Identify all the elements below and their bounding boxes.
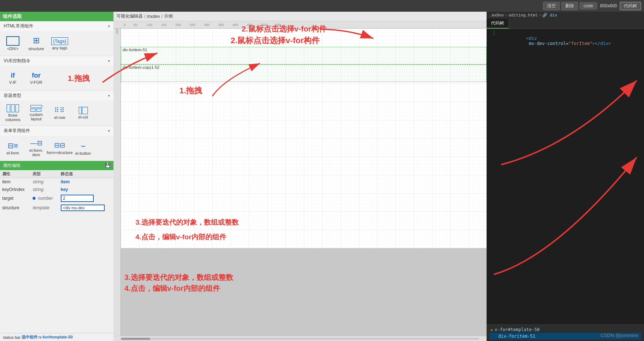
sidebar-item-el-col[interactable]: el-col <box>72 103 94 123</box>
prop-item-name: item <box>0 178 30 186</box>
code-tree-tab[interactable]: 代码树 <box>620 2 641 10</box>
sidebar-item-if[interactable]: if V-IF <box>1 68 24 88</box>
annotation-step1: 1.拖拽 <box>179 85 202 96</box>
section-vue-label: VUE控制指令 <box>4 58 30 64</box>
canvas-body: 050100150200250300350400 <box>113 29 487 336</box>
prop-structure-name: structure <box>0 203 30 212</box>
ruler-top: 0 50 100 150 200 250 300 350 400 450 500… <box>113 21 487 29</box>
section-form-arrow: ▾ <box>108 129 110 133</box>
tree-label-div-foritem: div-foritem-51 <box>498 334 535 339</box>
sidebar-item-three-columns[interactable]: three columns <box>1 103 24 123</box>
section-form-header[interactable]: 表单常用组件 ▾ <box>0 126 113 136</box>
section-form: 表单常用组件 ▾ ⊟≡ el-form —⊟ el-form-item ⊟⊟ f… <box>0 126 113 161</box>
canvas-element-1-label: div-foritem-51 <box>123 48 147 52</box>
table-row: structure template <box>0 203 113 212</box>
vue-items: if V-IF for V-FOR <box>0 66 113 90</box>
el-row-icon: ⠿⠿ <box>54 106 65 115</box>
three-columns-icon <box>7 104 19 112</box>
status-bar: status bar 选中组件:v-for#template-50 <box>0 333 113 341</box>
tab-code-tree[interactable]: 代码树 <box>487 19 509 29</box>
html-items: <DIV> ⊞ structure {Tags} any tags <box>0 31 113 56</box>
canvas-scrollbar[interactable] <box>113 336 487 341</box>
structure-icon: ⊞ <box>33 36 40 45</box>
scrollbar-track[interactable] <box>121 338 479 340</box>
tree-label-v-for: v-for#template-50 <box>495 327 540 332</box>
property-editor-header: 属性编辑 💾 <box>0 161 113 170</box>
right-bc-sep2: > <box>539 13 541 18</box>
sidebar-item-el-form-item[interactable]: —⊟ el-form-item <box>25 138 48 158</box>
el-form-item-icon: —⊟ <box>30 139 42 147</box>
sidebar-item-for[interactable]: for V-FOR <box>25 68 48 88</box>
canvas-element-1[interactable]: div-foritem-51 <box>121 47 487 64</box>
line-content-1: <div mx-dev-control="forItem"></div> <box>500 31 611 51</box>
prop-keyorindex-name: keyOrIndex <box>0 186 30 193</box>
line-num-1: 1 <box>487 31 500 36</box>
tree-arrow-v-for: ▶ <box>491 328 493 332</box>
property-editor: 属性编辑 💾 属性 类型 静态值 item string item <box>0 161 113 333</box>
right-breadcrumb: .mxDev > editing.html > 🔗 div <box>487 12 644 19</box>
col-value: 静态值 <box>59 170 113 178</box>
arrow-svg-1 <box>121 29 340 138</box>
if-icon: if <box>11 72 15 80</box>
right-bc-editing: editing.html <box>509 13 537 18</box>
section-vue-header[interactable]: VUE控制指令 ▾ <box>0 56 113 66</box>
sidebar-item-div[interactable]: <DIV> <box>1 33 24 53</box>
main-layout: 组件选取 HTML常用组件 ▾ <DIV> ⊞ structure {Tags}… <box>0 12 644 341</box>
form-structure-label: form+structure <box>46 150 72 155</box>
if-label: V-IF <box>9 80 16 85</box>
canvas-element-2-label: div-foritem-copy1-52 <box>123 65 159 70</box>
code-line-1: 1 <div mx-dev-control="forItem"></div> <box>487 30 644 52</box>
section-html-arrow: ▾ <box>108 24 110 28</box>
sidebar-item-structure[interactable]: ⊞ structure <box>25 33 48 53</box>
tree-item-div-foritem[interactable]: div-foritem-51 <box>489 333 641 340</box>
right-panel: .mxDev > editing.html > 🔗 div 代码树 1 <div… <box>487 12 644 341</box>
el-col-label: el-col <box>78 115 88 119</box>
el-form-item-label: el-form-item <box>26 148 47 157</box>
sidebar-header: 组件选取 <box>0 12 113 21</box>
section-container: 容器类型 ▾ three columns c <box>0 91 113 126</box>
sidebar-item-el-button[interactable]: ⌣ el-button <box>72 138 94 158</box>
col-type: 类型 <box>30 170 58 178</box>
sidebar-item-form-structure[interactable]: ⊟⊟ form+structure <box>48 138 71 158</box>
breadcrumb: 可视化编辑器 / mxdev / 示例 <box>116 13 173 19</box>
save-icon[interactable]: 💾 <box>105 163 111 168</box>
form-structure-icon: ⊟⊟ <box>54 142 65 150</box>
scrollbar-thumb[interactable] <box>121 338 150 340</box>
el-button-label: el-button <box>75 151 91 155</box>
right-bc-div: 🔗 div <box>542 13 557 18</box>
container-items: three columns custom layout ⠿⠿ el-row <box>0 101 113 125</box>
el-col-icon <box>79 107 88 114</box>
canvas-element-2[interactable]: div-foritem-copy1-52 <box>121 64 487 82</box>
attr-val: "forItem" <box>569 41 592 46</box>
breadcrumb-part3[interactable]: 示例 <box>164 13 173 19</box>
three-columns-label: three columns <box>2 113 23 122</box>
sidebar-item-el-row[interactable]: ⠿⠿ el-row <box>48 103 71 123</box>
prop-item-value: item <box>59 178 113 186</box>
prop-structure-value[interactable] <box>59 203 113 212</box>
target-input[interactable] <box>61 195 94 202</box>
sidebar-item-el-form[interactable]: ⊟≡ el-form <box>1 138 24 158</box>
canvas-content[interactable]: div-foritem-51 div-foritem-copy1-52 1.拖拽… <box>121 29 487 248</box>
sidebar-item-tags[interactable]: {Tags} any tags <box>48 33 71 53</box>
tag-open: <div <box>526 36 537 41</box>
section-html-header[interactable]: HTML常用组件 ▾ <box>0 21 113 31</box>
el-button-icon: ⌣ <box>81 141 86 150</box>
table-row: target number <box>0 193 113 203</box>
breadcrumb-part2[interactable]: mxdev <box>147 14 160 19</box>
section-form-label: 表单常用组件 <box>4 128 30 134</box>
section-html-label: HTML常用组件 <box>4 23 33 29</box>
right-bc-sep1: > <box>505 13 508 18</box>
sidebar-item-custom-layout[interactable]: custom layout <box>25 103 48 123</box>
attr-name: mx-dev-control <box>526 41 566 46</box>
structure-input[interactable] <box>61 205 105 211</box>
delete-button[interactable]: 删除 <box>561 2 578 10</box>
prop-target-value[interactable] <box>59 193 113 203</box>
tree-item-v-for[interactable]: ▶ v-for#template-50 <box>489 326 641 333</box>
clear-button[interactable]: 清空 <box>543 2 560 10</box>
code-button[interactable]: code <box>580 2 597 10</box>
el-row-label: el-row <box>54 115 65 120</box>
sidebar: 组件选取 HTML常用组件 ▾ <DIV> ⊞ structure {Tags}… <box>0 12 113 341</box>
section-container-header[interactable]: 容器类型 ▾ <box>0 91 113 101</box>
breadcrumb-part1[interactable]: 可视化编辑器 <box>116 13 143 19</box>
tree-panel: ▶ v-for#template-50 div-foritem-51 <box>487 325 644 341</box>
